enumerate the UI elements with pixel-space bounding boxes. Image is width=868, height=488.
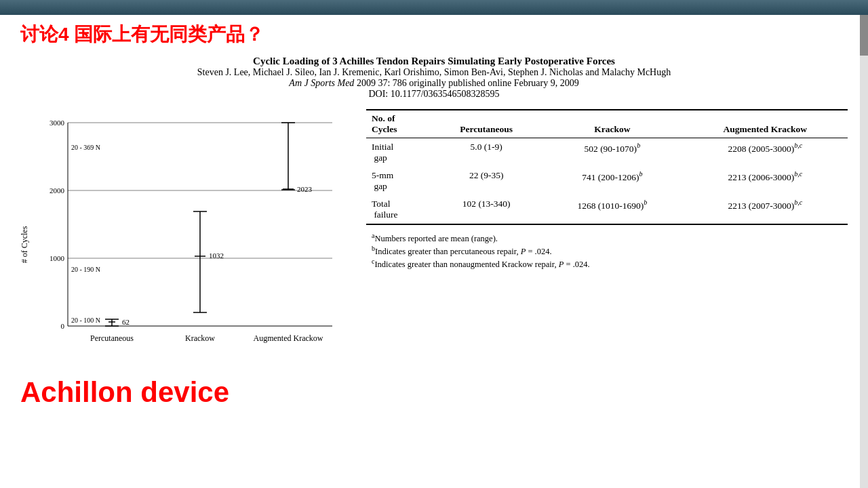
sup-b2: b <box>639 170 643 178</box>
range-label-100n: 20 - 100 N <box>71 317 100 324</box>
table-row-5mm-gap: 5-mm gap 22 (9-35) 741 (200-1206)b 2213 … <box>366 167 848 195</box>
footnotes-block: aNumbers reported are mean (range). bInd… <box>372 232 842 270</box>
y-tick-2000: 2000 <box>50 186 65 195</box>
table-footnote-row: aNumbers reported are mean (range). bInd… <box>366 224 848 273</box>
results-table: No. ofCycles Percutaneous Krackow Augmen… <box>366 109 848 273</box>
col-header-augmented: Augmented Krackow <box>683 110 848 138</box>
journal-name: Am J Sports Med <box>289 78 354 88</box>
cell-initial-percutaneous: 5.0 (1-9) <box>431 138 542 167</box>
sup-b1: b <box>637 142 640 149</box>
table-footnotes: aNumbers reported are mean (range). bInd… <box>366 224 848 273</box>
paper-doi: DOI: 10.1177/0363546508328595 <box>20 89 848 100</box>
row-label-total-failure: Total failure <box>366 195 431 224</box>
cell-5mm-augmented: 2213 (2006-3000)b,c <box>683 167 848 195</box>
range-label-190n: 20 - 190 N <box>71 266 100 273</box>
percutaneous-annotation: 62 <box>122 318 130 326</box>
paper-authors: Steven J. Lee, Michael J. Sileo, Ian J. … <box>20 67 848 78</box>
col-header-percutaneous: Percutaneous <box>431 110 542 138</box>
cell-initial-augmented: 2208 (2005-3000)b,c <box>683 138 848 167</box>
section-title: 讨论4 国际上有无同类产品？ <box>20 22 848 47</box>
content-row: # of Cycles 3000 2000 1000 0 <box>20 109 848 369</box>
cell-5mm-krackow: 741 (200-1206)b <box>542 167 683 195</box>
table-row-initial-gap: Initial gap 5.0 (1-9) 502 (90-1070)b 220… <box>366 138 848 167</box>
y-tick-3000: 3000 <box>50 119 65 127</box>
cell-initial-krackow: 502 (90-1070)b <box>542 138 683 167</box>
journal-rest: 2009 37: 786 originally published online… <box>354 78 578 88</box>
cell-failure-percutaneous: 102 (13-340) <box>431 195 542 224</box>
cell-failure-augmented: 2213 (2007-3000)b,c <box>683 195 848 224</box>
x-label-augmented: Augmented Krackow <box>254 333 323 343</box>
footnote-b: bIndicates greater than percutaneous rep… <box>372 245 842 257</box>
footnote-a: aNumbers reported are mean (range). <box>372 232 842 244</box>
cell-failure-krackow: 1268 (1010-1690)b <box>542 195 683 224</box>
sup-b3: b <box>644 199 647 206</box>
row-label-5mm-gap: 5-mm gap <box>366 167 431 195</box>
chart-svg: # of Cycles 3000 2000 1000 0 <box>20 109 353 367</box>
y-tick-1000: 1000 <box>50 254 65 262</box>
paper-title: Cyclic Loading of 3 Achilles Tendon Repa… <box>20 56 848 67</box>
top-bar <box>0 0 868 15</box>
x-label-krackow: Krackow <box>185 333 215 343</box>
chart-container: # of Cycles 3000 2000 1000 0 <box>20 109 353 369</box>
table-container: No. ofCycles Percutaneous Krackow Augmen… <box>366 109 848 369</box>
paper-citation: Cyclic Loading of 3 Achilles Tendon Repa… <box>20 56 848 100</box>
cell-5mm-percutaneous: 22 (9-35) <box>431 167 542 195</box>
paper-journal: Am J Sports Med 2009 37: 786 originally … <box>20 78 848 89</box>
col-header-cycles: No. ofCycles <box>366 110 431 138</box>
sup-bc3: b,c <box>794 199 802 206</box>
range-label-369n: 20 - 369 N <box>71 144 100 151</box>
table-row-total-failure: Total failure 102 (13-340) 1268 (1010-16… <box>366 195 848 224</box>
footnote-c: cIndicates greater than nonaugmented Kra… <box>372 258 842 270</box>
sup-bc1: b,c <box>794 142 802 149</box>
main-content: 讨论4 国际上有无同类产品？ Cyclic Loading of 3 Achil… <box>0 15 868 488</box>
table-header-row: No. ofCycles Percutaneous Krackow Augmen… <box>366 110 848 138</box>
augmented-annotation: 2023 <box>297 185 313 193</box>
y-tick-0: 0 <box>61 322 65 330</box>
achillon-label: Achillon device <box>20 376 848 409</box>
row-label-initial-gap: Initial gap <box>366 138 431 167</box>
sup-bc2: b,c <box>794 170 802 178</box>
x-label-percutaneous: Percutaneous <box>90 333 134 343</box>
y-axis-label: # of Cycles <box>20 226 29 263</box>
krackow-annotation: 1032 <box>209 251 224 260</box>
col-header-krackow: Krackow <box>542 110 683 138</box>
